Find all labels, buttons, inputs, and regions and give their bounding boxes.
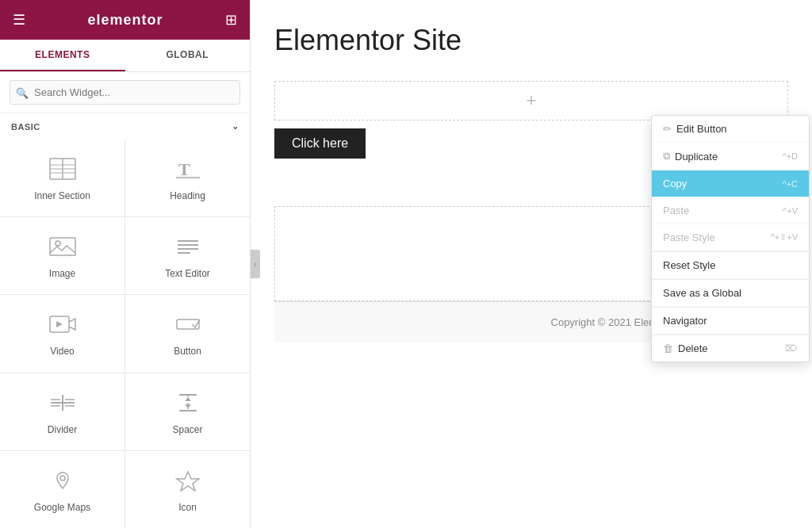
widget-image-label: Image <box>49 268 75 279</box>
svg-marker-16 <box>56 321 63 327</box>
context-menu-paste-style-label: Paste Style <box>663 231 715 243</box>
widget-inner-section-label: Inner Section <box>34 190 90 201</box>
context-menu-delete[interactable]: 🗑 Delete ⌦ <box>652 335 809 362</box>
svg-marker-30 <box>177 472 199 491</box>
left-panel: ☰ elementor ⊞ ELEMENTS GLOBAL 🔍 BASIC ⌄ <box>0 0 251 528</box>
widget-text-editor[interactable]: Text Editor <box>125 217 250 294</box>
widget-google-maps-label: Google Maps <box>34 502 90 513</box>
panel-tabs: ELEMENTS GLOBAL <box>0 40 250 72</box>
widget-spacer-label: Spacer <box>172 424 202 435</box>
widget-video[interactable]: Video <box>0 295 124 372</box>
context-menu-paste-style: Paste Style ^+⇧+V <box>652 224 809 251</box>
edit-icon: ✏ <box>663 123 672 135</box>
site-title: Elementor Site <box>274 24 788 57</box>
search-box: 🔍 <box>0 72 250 113</box>
paste-shortcut: ^+V <box>783 206 798 216</box>
svg-marker-28 <box>185 404 191 408</box>
widget-text-editor-label: Text Editor <box>165 268 210 279</box>
duplicate-icon: ⧉ <box>663 150 670 163</box>
widgets-grid: Inner Section T Heading Image <box>0 140 250 528</box>
context-menu-paste-label: Paste <box>663 205 689 216</box>
svg-text:T: T <box>178 159 190 179</box>
section-basic-header[interactable]: BASIC ⌄ <box>0 113 250 140</box>
panel-header: ☰ elementor ⊞ <box>0 0 250 40</box>
divider-icon <box>49 392 76 418</box>
widget-video-label: Video <box>50 346 74 357</box>
svg-point-10 <box>56 241 60 246</box>
context-menu-duplicate[interactable]: ⧉ Duplicate ^+D <box>652 143 809 170</box>
context-menu-duplicate-label: Duplicate <box>675 151 718 163</box>
grid-icon[interactable]: ⊞ <box>225 11 237 29</box>
context-menu-edit-button[interactable]: ✏ Edit Button <box>652 116 809 143</box>
delete-icon: 🗑 <box>663 342 673 354</box>
widget-inner-section[interactable]: Inner Section <box>0 140 124 216</box>
widget-icon[interactable]: Icon <box>125 451 250 528</box>
widget-heading[interactable]: T Heading <box>125 140 250 216</box>
copy-shortcut: ^+C <box>782 179 798 189</box>
context-menu-save-global[interactable]: Save as a Global <box>652 280 809 307</box>
heading-icon: T <box>174 158 201 184</box>
svg-rect-17 <box>177 319 199 329</box>
context-menu-delete-label: Delete <box>678 342 708 354</box>
context-menu-navigator-label: Navigator <box>663 315 707 327</box>
logo-text: elementor <box>87 12 163 29</box>
context-menu-save-global-label: Save as a Global <box>663 287 741 299</box>
main-content: Elementor Site + Click here ✏ Edit Butto… <box>251 0 812 528</box>
paste-style-shortcut: ^+⇧+V <box>771 232 798 243</box>
context-menu: ✏ Edit Button ⧉ Duplicate ^+D Copy ^+C <box>651 115 810 362</box>
widget-heading-label: Heading <box>170 190 205 201</box>
widget-icon-label: Icon <box>178 502 197 513</box>
tab-elements[interactable]: ELEMENTS <box>0 40 125 71</box>
button-widget-icon <box>174 313 201 339</box>
chevron-down-icon: ⌄ <box>232 121 239 132</box>
context-menu-edit-label: Edit Button <box>676 123 727 135</box>
click-here-button[interactable]: Click here <box>274 128 366 159</box>
text-editor-icon <box>174 235 201 262</box>
search-input[interactable] <box>10 80 240 105</box>
svg-marker-27 <box>185 397 191 401</box>
context-menu-copy[interactable]: Copy ^+C <box>652 170 809 197</box>
google-maps-icon <box>49 469 76 495</box>
context-menu-reset-style[interactable]: Reset Style <box>652 252 809 279</box>
widget-spacer[interactable]: Spacer <box>125 373 250 450</box>
widget-image[interactable]: Image <box>0 217 124 294</box>
collapse-handle[interactable]: ‹ <box>251 250 260 278</box>
inner-section-icon <box>49 158 76 184</box>
section-basic-label: BASIC <box>11 122 40 132</box>
duplicate-shortcut: ^+D <box>782 151 798 161</box>
main-area: Elementor Site + Click here ✏ Edit Butto… <box>251 0 812 528</box>
context-menu-reset-style-label: Reset Style <box>663 259 715 271</box>
hamburger-icon[interactable]: ☰ <box>13 11 25 29</box>
add-section-icon: + <box>527 90 537 111</box>
widget-google-maps[interactable]: Google Maps <box>0 451 124 528</box>
widget-divider[interactable]: Divider <box>0 373 124 450</box>
widget-button-label: Button <box>174 346 201 357</box>
widget-divider-label: Divider <box>48 424 77 435</box>
svg-rect-9 <box>50 238 75 255</box>
widget-button[interactable]: Button <box>125 295 250 372</box>
video-icon <box>49 313 76 339</box>
context-menu-navigator[interactable]: Navigator <box>652 308 809 335</box>
icon-widget-icon <box>174 469 201 495</box>
delete-shortcut: ⌦ <box>785 343 798 354</box>
context-menu-copy-label: Copy <box>663 178 687 189</box>
search-icon: 🔍 <box>16 86 29 98</box>
image-icon <box>49 235 76 262</box>
spacer-icon <box>174 392 201 418</box>
context-menu-paste: Paste ^+V <box>652 197 809 224</box>
tab-global[interactable]: GLOBAL <box>125 40 251 71</box>
svg-point-29 <box>60 476 65 480</box>
